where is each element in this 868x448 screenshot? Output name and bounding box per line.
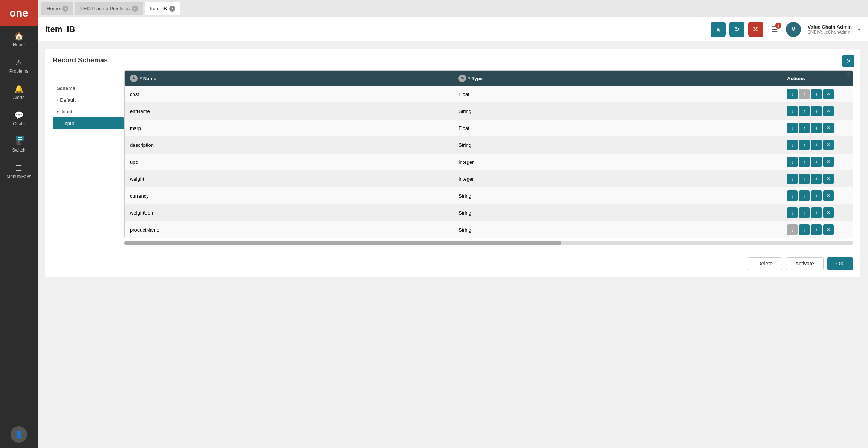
sidebar-item-switch[interactable]: ⊞ Switch bbox=[0, 132, 38, 158]
row-type: Float bbox=[458, 125, 787, 131]
row-actions: ↓ ↑ + ✕ bbox=[787, 89, 847, 99]
delete-row-button[interactable]: ✕ bbox=[823, 140, 834, 150]
delete-button[interactable]: Delete bbox=[748, 257, 782, 270]
tab-label: NEO Plasma Pipelines bbox=[80, 6, 130, 11]
move-up-button[interactable]: ↑ bbox=[799, 224, 810, 235]
schema-layout: Schema › Default ∨ Input Input bbox=[53, 70, 853, 245]
move-up-button[interactable]: ↑ bbox=[799, 123, 810, 133]
notifications-button[interactable]: ☰ 1 bbox=[767, 22, 782, 37]
move-up-button[interactable]: ↑ bbox=[799, 140, 810, 150]
horizontal-scrollbar[interactable] bbox=[124, 241, 853, 245]
delete-row-button[interactable]: ✕ bbox=[823, 174, 834, 184]
row-actions: ↓ ↑ + ✕ bbox=[787, 157, 847, 167]
refresh-button[interactable]: ↻ bbox=[729, 22, 744, 37]
user-role: ONEIValueChainAdmin bbox=[808, 30, 852, 34]
chevron-down-icon: ∨ bbox=[57, 110, 59, 114]
row-type: String bbox=[458, 142, 787, 148]
move-down-button[interactable]: ↓ bbox=[787, 106, 798, 116]
tab-home[interactable]: Home ✕ bbox=[41, 2, 73, 15]
row-type: Integer bbox=[458, 176, 787, 182]
page-title: Item_IB bbox=[45, 24, 711, 34]
activate-button[interactable]: Activate bbox=[786, 257, 824, 270]
move-down-button[interactable]: ↓ bbox=[787, 157, 798, 167]
sidebar-bottom: 👤 bbox=[0, 426, 38, 448]
delete-row-button[interactable]: ✕ bbox=[823, 89, 834, 99]
sidebar-item-menus[interactable]: ☰ Menus/Favs bbox=[0, 158, 38, 184]
schema-table: ✎ * Name ✎ * Type Actions bbox=[124, 70, 853, 238]
sidebar-item-alerts[interactable]: 🔔 Alerts bbox=[0, 79, 38, 105]
add-field-button[interactable]: + bbox=[811, 140, 822, 150]
th-type: ✎ * Type bbox=[458, 75, 787, 82]
sidebar-item-chats[interactable]: 💬 Chats bbox=[0, 105, 38, 132]
add-field-button[interactable]: + bbox=[811, 174, 822, 184]
panel-add-button[interactable]: + bbox=[842, 68, 854, 80]
row-name: currency bbox=[130, 193, 458, 199]
move-down-button[interactable]: ↓ bbox=[787, 140, 798, 150]
delete-row-button[interactable]: ✕ bbox=[823, 224, 834, 235]
delete-row-button[interactable]: ✕ bbox=[823, 190, 834, 201]
ok-button[interactable]: OK bbox=[827, 257, 853, 270]
tab-close-home[interactable]: ✕ bbox=[62, 6, 68, 12]
move-up-button[interactable]: ↑ bbox=[799, 174, 810, 184]
tab-close-neo[interactable]: ✕ bbox=[132, 6, 138, 12]
row-name: upc bbox=[130, 159, 458, 165]
scroll-thumb bbox=[124, 241, 561, 245]
close-button[interactable]: ✕ bbox=[748, 22, 763, 37]
move-down-button[interactable]: ↓ bbox=[787, 207, 798, 218]
user-avatar-small[interactable]: 👤 bbox=[11, 426, 27, 443]
tab-neo[interactable]: NEO Plasma Pipelines ✕ bbox=[75, 2, 144, 15]
move-down-button[interactable]: ↓ bbox=[787, 89, 798, 99]
app-logo[interactable]: one bbox=[0, 0, 38, 26]
bell-icon: 🔔 bbox=[14, 84, 24, 93]
schema-item-input-child[interactable]: Input bbox=[53, 117, 124, 129]
add-field-button[interactable]: + bbox=[811, 224, 822, 235]
menu-icon: ☰ bbox=[15, 163, 22, 172]
row-actions: ↓ ↑ + ✕ bbox=[787, 174, 847, 184]
move-up-button[interactable]: ↑ bbox=[799, 157, 810, 167]
move-down-button[interactable]: ↓ bbox=[787, 190, 798, 201]
move-up-button[interactable]: ↑ bbox=[799, 106, 810, 116]
panel-close-button[interactable]: ✕ bbox=[842, 55, 854, 67]
warning-icon: ⚠ bbox=[15, 58, 22, 67]
user-dropdown-chevron[interactable]: ▾ bbox=[858, 26, 860, 32]
table-row: weight Integer ↓ ↑ + ✕ bbox=[125, 171, 853, 187]
schema-item-input-parent[interactable]: ∨ Input bbox=[53, 106, 124, 117]
schema-item-label: Input bbox=[61, 109, 72, 114]
sidebar-item-problems[interactable]: ⚠ Problems bbox=[0, 53, 38, 79]
row-actions: ↓ ↑ + ✕ bbox=[787, 207, 847, 218]
svg-rect-2 bbox=[18, 139, 20, 140]
table-row: weightUom String ↓ ↑ + ✕ bbox=[125, 204, 853, 221]
add-field-button[interactable]: + bbox=[811, 89, 822, 99]
delete-row-button[interactable]: ✕ bbox=[823, 207, 834, 218]
add-field-button[interactable]: + bbox=[811, 190, 822, 201]
move-down-button[interactable]: ↓ bbox=[787, 123, 798, 133]
add-field-button[interactable]: + bbox=[811, 157, 822, 167]
table-row: description String ↓ ↑ + ✕ bbox=[125, 137, 853, 154]
move-down-button[interactable]: ↓ bbox=[787, 174, 798, 184]
table-row: currency String ↓ ↑ + ✕ bbox=[125, 187, 853, 204]
move-up-button[interactable]: ↑ bbox=[799, 207, 810, 218]
delete-row-button[interactable]: ✕ bbox=[823, 106, 834, 116]
schema-label: Schema bbox=[53, 85, 124, 94]
record-schemas-panel: Record Schemas ✕ + Schema › Default ∨ In… bbox=[45, 49, 860, 277]
add-field-button[interactable]: + bbox=[811, 123, 822, 133]
user-info: Value Chain Admin ONEIValueChainAdmin bbox=[808, 24, 852, 34]
delete-row-button[interactable]: ✕ bbox=[823, 157, 834, 167]
tab-item-ib[interactable]: Item_IB ✕ bbox=[145, 2, 180, 15]
tab-close-item-ib[interactable]: ✕ bbox=[169, 6, 175, 12]
row-type: String bbox=[458, 193, 787, 199]
user-name: Value Chain Admin bbox=[808, 24, 852, 30]
move-down-button[interactable]: ↓ bbox=[787, 224, 798, 235]
sidebar-item-label: Home bbox=[13, 42, 25, 47]
move-up-button[interactable]: ↑ bbox=[799, 190, 810, 201]
star-button[interactable]: ★ bbox=[711, 22, 726, 37]
delete-row-button[interactable]: ✕ bbox=[823, 123, 834, 133]
sidebar-item-home[interactable]: 🏠 Home bbox=[0, 26, 38, 53]
move-up-button[interactable]: ↑ bbox=[799, 89, 810, 99]
schema-item-default[interactable]: › Default bbox=[53, 94, 124, 106]
add-field-button[interactable]: + bbox=[811, 207, 822, 218]
switch-icon-container: ⊞ bbox=[16, 137, 22, 146]
add-field-button[interactable]: + bbox=[811, 106, 822, 116]
row-actions: ↓ ↑ + ✕ bbox=[787, 224, 847, 235]
row-name: cost bbox=[130, 91, 458, 97]
